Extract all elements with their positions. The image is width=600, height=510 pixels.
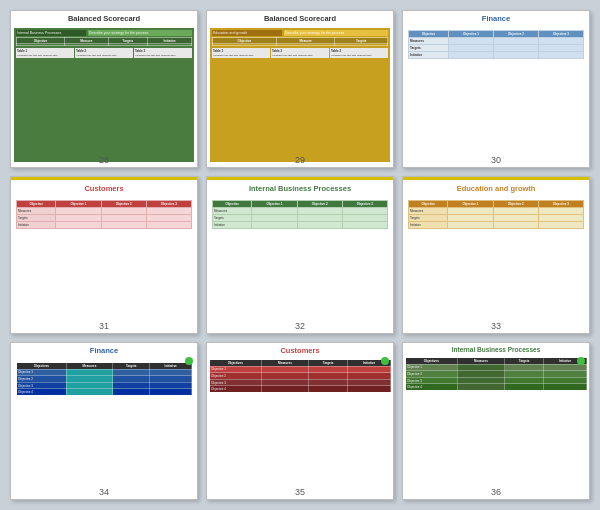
slide-35-content: Objectives Measures Targets Initiative O… bbox=[207, 357, 393, 499]
slide-31-content: Objective Objective 1 Objective 2 Object… bbox=[11, 195, 197, 333]
slide-35[interactable]: Customers Objectives Measures Targets In… bbox=[206, 342, 394, 500]
slide-35-title: Customers bbox=[207, 343, 393, 357]
slide-29-table: Objective Measure Targets bbox=[212, 37, 388, 46]
slide-30-content: Objective Objective 1 Objective 2 Object… bbox=[403, 25, 589, 167]
slide-32[interactable]: Internal Business Processes Objective Ob… bbox=[206, 176, 394, 334]
slide-30-table: Objective Objective 1 Objective 2 Object… bbox=[408, 30, 584, 59]
card-1: Table 1 • Replace this text with relevan… bbox=[212, 48, 270, 58]
slide-35-table: Objectives Measures Targets Initiative O… bbox=[209, 359, 391, 393]
slide-29-header: Education and growth Describe your strat… bbox=[212, 30, 388, 36]
slide-35-inner: Objectives Measures Targets Initiative O… bbox=[209, 359, 391, 393]
slide-32-content: Objective Objective 1 Objective 2 Object… bbox=[207, 195, 393, 333]
slide-33-bar bbox=[403, 177, 589, 180]
slide-36[interactable]: Internal Business Processes Objectives M… bbox=[402, 342, 590, 500]
slide-28-left: Internal Business Processes bbox=[16, 30, 86, 36]
slide-31[interactable]: Customers Objective Objective 1 Objectiv… bbox=[10, 176, 198, 334]
slide-35-number: 35 bbox=[295, 487, 305, 497]
slide-29-cards: Table 1 • Replace this text with relevan… bbox=[212, 48, 388, 58]
slide-grid: Balanced Scorecard Internal Business Pro… bbox=[0, 0, 600, 510]
slide-32-number: 32 bbox=[295, 321, 305, 331]
slide-30[interactable]: Finance Objective Objective 1 Objective … bbox=[402, 10, 590, 168]
slide-33-content: Objective Objective 1 Objective 2 Object… bbox=[403, 195, 589, 333]
slide-31-title: Customers bbox=[11, 181, 197, 195]
slide-29-left: Education and growth bbox=[212, 30, 282, 36]
slide-28-title: Balanced Scorecard bbox=[11, 11, 197, 25]
slide-28[interactable]: Balanced Scorecard Internal Business Pro… bbox=[10, 10, 198, 168]
slide-34[interactable]: Finance Objectives Measures Targets Init… bbox=[10, 342, 198, 500]
slide-32-table: Objective Objective 1 Objective 2 Object… bbox=[212, 200, 388, 229]
slide-32-inner: Objective Objective 1 Objective 2 Object… bbox=[210, 198, 390, 328]
slide-30-inner: Objective Objective 1 Objective 2 Object… bbox=[406, 28, 586, 162]
slide-28-content: Internal Business Processes Describe you… bbox=[11, 25, 197, 167]
card-3: Table 3 • Replace this text with relevan… bbox=[330, 48, 388, 58]
slide-28-right: Describe your strategy for the process bbox=[88, 30, 192, 36]
slide-33-inner: Objective Objective 1 Objective 2 Object… bbox=[406, 198, 586, 328]
slide-31-table: Objective Objective 1 Objective 2 Object… bbox=[16, 200, 192, 229]
slide-33-number: 33 bbox=[491, 321, 501, 331]
slide-28-header: Internal Business Processes Describe you… bbox=[16, 30, 192, 36]
slide-29-number: 29 bbox=[295, 155, 305, 165]
slide-29[interactable]: Balanced Scorecard Education and growth … bbox=[206, 10, 394, 168]
slide-31-bar bbox=[11, 177, 197, 180]
slide-31-inner: Objective Objective 1 Objective 2 Object… bbox=[14, 198, 194, 328]
slide-32-bar bbox=[207, 177, 393, 180]
slide-33-title: Education and growth bbox=[403, 181, 589, 195]
slide-36-title: Internal Business Processes bbox=[403, 343, 589, 355]
slide-34-dot bbox=[185, 357, 193, 365]
slide-29-right: Describe your strategy for the process bbox=[284, 30, 388, 36]
slide-36-inner: Objectives Measures Targets Initiative O… bbox=[405, 357, 587, 391]
slide-35-dot bbox=[381, 357, 389, 365]
slide-36-dot bbox=[577, 357, 585, 365]
slide-28-table: Objective Measure Targets Initiative bbox=[16, 37, 192, 46]
slide-33[interactable]: Education and growth Objective Objective… bbox=[402, 176, 590, 334]
slide-31-number: 31 bbox=[99, 321, 109, 331]
slide-28-left-label: Internal Business Processes bbox=[17, 31, 85, 35]
card-1: Table 1 • Replace this text with relevan… bbox=[16, 48, 74, 58]
slide-28-inner: Internal Business Processes Describe you… bbox=[14, 28, 194, 162]
slide-29-left-label: Education and growth bbox=[213, 31, 281, 35]
slide-36-content: Objectives Measures Targets Initiative O… bbox=[403, 355, 589, 499]
slide-28-right-label: Describe your strategy for the process bbox=[89, 31, 191, 35]
slide-34-inner: Objectives Measures Targets Initiative O… bbox=[14, 360, 194, 494]
slide-30-title: Finance bbox=[403, 11, 589, 25]
slide-34-table: Objectives Measures Targets Initiative O… bbox=[16, 362, 192, 396]
slide-36-number: 36 bbox=[491, 487, 501, 497]
slide-34-number: 34 bbox=[99, 487, 109, 497]
slide-29-right-label: Describe your strategy for the process bbox=[285, 31, 387, 35]
slide-29-content: Education and growth Describe your strat… bbox=[207, 25, 393, 167]
slide-33-table: Objective Objective 1 Objective 2 Object… bbox=[408, 200, 584, 229]
slide-29-title: Balanced Scorecard bbox=[207, 11, 393, 25]
slide-28-cards: Table 1 • Replace this text with relevan… bbox=[16, 48, 192, 58]
slide-30-number: 30 bbox=[491, 155, 501, 165]
slide-28-number: 28 bbox=[99, 155, 109, 165]
card-2: Table 2 • Replace this text with relevan… bbox=[271, 48, 329, 58]
slide-36-table: Objectives Measures Targets Initiative O… bbox=[405, 357, 587, 391]
slide-34-content: Objectives Measures Targets Initiative O… bbox=[11, 357, 197, 499]
slide-34-title: Finance bbox=[11, 343, 197, 357]
slide-29-inner: Education and growth Describe your strat… bbox=[210, 28, 390, 162]
slide-32-title: Internal Business Processes bbox=[207, 181, 393, 195]
card-2: Table 2 • Replace this text with relevan… bbox=[75, 48, 133, 58]
card-3: Table 3 • Replace this text with relevan… bbox=[134, 48, 192, 58]
